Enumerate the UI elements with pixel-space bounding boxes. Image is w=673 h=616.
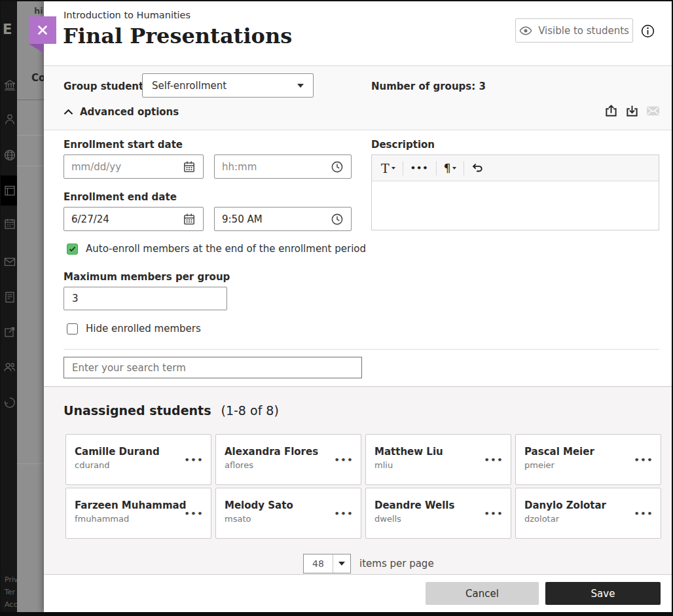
student-menu-button[interactable]: ••• — [335, 509, 354, 518]
toolbar-separator — [436, 161, 437, 175]
page-title: Final Presentations — [63, 24, 292, 48]
app-logo: E — [3, 22, 12, 37]
page-size-select[interactable]: 48 — [303, 554, 351, 573]
student-name: Melody Sato — [225, 499, 352, 511]
hidden-page-text-fragment: hi — [34, 6, 43, 16]
hidden-page-text-fragment: Co — [31, 72, 44, 84]
items-per-page-label: items per page — [359, 558, 434, 570]
close-panel-button[interactable] — [29, 16, 56, 44]
auto-enroll-label: Auto-enroll members at the end of the en… — [86, 243, 366, 255]
student-username: cdurand — [75, 460, 202, 470]
accessibility-link[interactable]: Acc — [5, 598, 18, 611]
start-time-field[interactable] — [214, 154, 352, 179]
visibility-button[interactable]: Visible to students — [515, 18, 633, 43]
end-date-field[interactable] — [64, 207, 204, 231]
student-menu-button[interactable]: ••• — [484, 455, 503, 465]
external-icon[interactable] — [3, 325, 16, 338]
student-menu-button[interactable]: ••• — [335, 455, 354, 465]
more-options-button[interactable]: ••• — [410, 162, 429, 175]
email-icon — [646, 105, 660, 117]
profile-icon[interactable] — [3, 113, 16, 126]
student-username: dzolotar — [524, 514, 651, 524]
hide-members-checkbox[interactable] — [67, 323, 78, 335]
globe-icon[interactable] — [3, 149, 16, 162]
advanced-options-toggle[interactable]: Advanced options — [64, 106, 179, 118]
student-card[interactable]: Danylo Zolotar dzolotar ••• — [515, 488, 661, 539]
messages-icon[interactable] — [3, 255, 16, 268]
student-menu-button[interactable]: ••• — [634, 509, 653, 518]
footer-action-bar: Cancel Save — [44, 574, 673, 612]
hidden-page-divider — [17, 100, 44, 100]
terms-link[interactable]: Ter — [5, 586, 18, 598]
calendar-icon[interactable] — [183, 213, 196, 226]
number-of-groups: Number of groups: 3 — [371, 81, 486, 92]
student-card[interactable]: Camille Durand cdurand ••• — [65, 434, 211, 485]
search-input[interactable] — [64, 357, 362, 378]
end-time-input[interactable] — [222, 213, 331, 225]
group-settings-panel: Introduction to Humanities Final Present… — [44, 0, 673, 612]
chevron-down-icon — [338, 562, 345, 566]
calendar-icon[interactable] — [183, 160, 196, 173]
content-icon[interactable] — [3, 184, 16, 197]
cancel-button[interactable]: Cancel — [426, 582, 539, 605]
start-time-input[interactable] — [222, 161, 331, 173]
institution-icon[interactable] — [3, 79, 16, 92]
undo-button[interactable] — [471, 162, 484, 173]
student-card[interactable]: Deandre Wells dwells ••• — [365, 488, 511, 539]
student-name: Camille Durand — [75, 446, 202, 458]
undo-icon — [471, 162, 484, 173]
auto-enroll-checkbox[interactable] — [67, 244, 78, 255]
start-date-input[interactable] — [71, 161, 183, 173]
student-card[interactable]: Matthew Liu mliu ••• — [365, 434, 511, 485]
sidebar-footer-links: Priv Ter Acc — [5, 573, 18, 611]
student-username: pmeier — [524, 460, 651, 470]
student-card[interactable]: Pascal Meier pmeier ••• — [515, 434, 661, 485]
toolbar-separator — [403, 161, 403, 175]
export-icon[interactable] — [604, 104, 618, 118]
text-style-button[interactable]: T — [381, 162, 395, 175]
unassigned-students-heading: Unassigned students (1-8 of 8) — [64, 403, 279, 418]
group-students-select[interactable]: Self-enrollment — [142, 73, 314, 98]
end-date-input[interactable] — [71, 213, 183, 225]
hide-members-label: Hide enrolled members — [86, 323, 201, 335]
student-menu-button[interactable]: ••• — [185, 455, 204, 465]
paragraph-glyph: ¶ — [444, 162, 451, 175]
dimmed-page-overlay: hi Co — [17, 0, 44, 616]
clock-icon[interactable] — [331, 213, 344, 226]
max-members-input[interactable] — [64, 287, 227, 310]
group-students-selected-value: Self-enrollment — [152, 80, 297, 92]
student-username: dwells — [374, 514, 501, 524]
student-card[interactable]: Farzeen Muhammad fmuhammad ••• — [65, 488, 211, 539]
student-card[interactable]: Melody Sato msato ••• — [215, 488, 361, 539]
paragraph-button[interactable]: ¶ — [444, 162, 457, 175]
end-time-field[interactable] — [214, 207, 352, 231]
description-textarea[interactable] — [372, 181, 659, 230]
enrollment-end-label: Enrollment end date — [64, 191, 177, 203]
unassigned-count: (1-8 of 8) — [221, 403, 279, 418]
save-button[interactable]: Save — [545, 582, 661, 605]
student-name: Pascal Meier — [524, 446, 651, 458]
privacy-link[interactable]: Priv — [5, 573, 18, 586]
start-date-field[interactable] — [64, 154, 204, 179]
grades-icon[interactable] — [3, 291, 16, 304]
description-editor: T ••• ¶ — [371, 154, 659, 230]
student-card-grid: Camille Durand cdurand ••• Alexandra Flo… — [65, 434, 661, 539]
student-menu-button[interactable]: ••• — [185, 509, 204, 518]
info-icon[interactable] — [641, 24, 655, 38]
activity-icon[interactable] — [3, 396, 16, 409]
eye-icon — [519, 24, 532, 37]
student-menu-button[interactable]: ••• — [634, 455, 653, 465]
unassigned-students-section: Unassigned students (1-8 of 8) Camille D… — [44, 386, 673, 574]
groups-icon[interactable] — [3, 361, 16, 374]
student-menu-button[interactable]: ••• — [484, 509, 503, 518]
student-name: Deandre Wells — [374, 499, 501, 511]
clock-icon[interactable] — [331, 160, 344, 173]
student-card[interactable]: Alexandra Flores aflores ••• — [215, 434, 361, 485]
import-icon[interactable] — [625, 104, 639, 118]
description-editor-toolbar: T ••• ¶ — [372, 155, 659, 181]
hidden-page-divider — [17, 463, 44, 464]
hidden-page-divider — [17, 166, 44, 166]
calendar-icon[interactable] — [3, 217, 16, 230]
description-label: Description — [371, 139, 435, 151]
hide-members-row: Hide enrolled members — [67, 323, 201, 335]
